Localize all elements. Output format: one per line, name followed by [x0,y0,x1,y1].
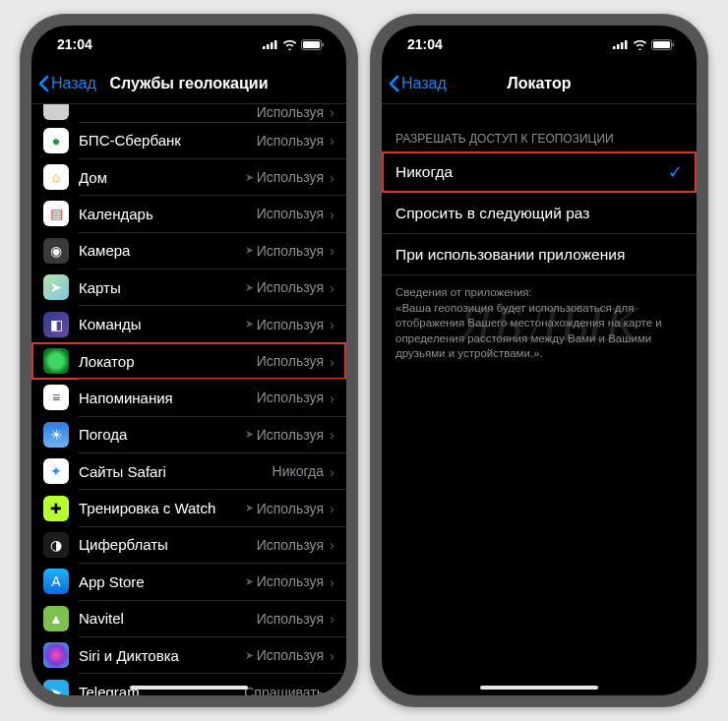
chevron-right-icon: › [330,573,334,590]
svg-rect-10 [625,40,628,49]
list-item-home[interactable]: ⌂Дом➤Используя› [31,158,346,195]
list-item-shortcuts[interactable]: ◧Команды➤Используя› [31,306,346,342]
app-label: Напоминания [79,390,257,406]
list-item-navitel[interactable]: ▲NavitelИспользуя› [31,600,346,636]
chevron-right-icon: › [330,104,334,120]
app-label: Циферблаты [79,536,257,553]
app-status: Используя [257,390,324,405]
app-list[interactable]: Используя › ●БПС-СбербанкИспользуя›⌂Дом➤… [31,104,346,695]
home-icon: ⌂ [43,164,69,190]
app-status: ➤Используя [245,169,324,185]
nav-bar: Назад Локатор [382,63,697,104]
list-item-reminders[interactable]: ≡НапоминанияИспользуя› [31,380,346,416]
check-icon: ✓ [668,161,683,183]
svg-rect-6 [323,42,325,46]
status-indicators [613,39,675,50]
list-item-camera[interactable]: ◉Камера➤Используя› [31,232,346,269]
list-item-workout[interactable]: ✚Тренировка с Watch➤Используя› [31,490,346,526]
list-item-appstore[interactable]: AApp Store➤Используя› [31,564,346,600]
list-item-maps[interactable]: ➤Карты➤Используя› [31,270,346,306]
chevron-right-icon: › [330,206,334,222]
svg-rect-1 [267,44,270,49]
app-label: Тренировка с Watch [79,500,245,516]
back-label: Назад [401,75,447,92]
chevron-right-icon: › [330,426,334,443]
home-indicator[interactable] [480,686,598,690]
maps-icon: ➤ [43,274,69,300]
findmy-icon [43,348,69,374]
app-label: Календарь [79,206,257,222]
status-time: 21:04 [407,36,443,52]
svg-rect-0 [263,46,266,49]
app-label: Погода [79,426,245,443]
option-label: При использовании приложения [395,246,683,264]
chevron-right-icon: › [330,390,334,406]
home-indicator[interactable] [130,686,248,690]
chevron-left-icon [388,75,399,92]
battery-icon [301,39,325,50]
app-label: App Store [79,573,245,590]
chevron-right-icon: › [330,684,334,695]
app-status: Используя [257,133,324,149]
chevron-right-icon: › [330,242,334,259]
app-status: Никогда [273,463,324,479]
phone-left: 21:04 Назад Службы геолокации Используя … [20,14,358,707]
app-label: Локатор [79,353,257,370]
status-time: 21:04 [57,36,92,52]
back-button[interactable]: Назад [382,75,447,92]
location-arrow-icon: ➤ [245,502,254,514]
telegram-icon: ➤ [43,680,69,695]
chevron-right-icon: › [330,132,334,149]
svg-rect-12 [653,41,670,48]
app-status: ➤Используя [245,279,324,295]
bps-icon: ● [43,128,69,153]
list-item-calendar[interactable]: ▤КалендарьИспользуя› [31,196,346,232]
location-arrow-icon: ➤ [245,649,254,662]
notch [113,26,266,49]
svg-rect-2 [271,42,273,49]
signal-icon [613,39,629,49]
status-indicators [263,39,325,50]
back-label: Назад [51,75,96,92]
option-never[interactable]: Никогда✓ [382,151,697,193]
list-item-watchfaces[interactable]: ◑ЦиферблатыИспользуя› [31,526,346,563]
app-status: ➤Используя [245,573,324,589]
app-status: Используя [257,353,324,369]
options-area: Разрешать доступ к геопозиции Никогда✓Сп… [382,104,697,695]
list-item-safari-sites[interactable]: ✦Сайты SafariНикогда› [31,453,346,490]
svg-rect-13 [673,42,675,46]
app-icon [43,104,69,120]
chevron-right-icon: › [330,316,334,332]
app-status: Используя [257,206,324,221]
app-label: Карты [79,279,245,296]
option-when-using[interactable]: При использовании приложения [382,234,697,275]
back-button[interactable]: Назад [31,75,96,92]
app-label: Сайты Safari [79,463,273,480]
calendar-icon: ▤ [43,201,69,226]
weather-icon: ☀ [43,422,69,448]
list-item-siri[interactable]: Siri и Диктовка➤Используя› [31,636,346,673]
option-label: Спросить в следующий раз [395,205,683,222]
app-label: БПС-Сбербанк [79,132,257,149]
app-status: ➤Используя [245,317,324,332]
signal-icon [263,39,278,49]
notch [463,26,616,49]
chevron-right-icon: › [330,500,334,516]
chevron-left-icon [37,75,49,92]
footer-text: Сведения от приложения: «Ваша геопозиция… [382,275,697,372]
option-ask[interactable]: Спросить в следующий раз [382,193,697,234]
shortcuts-icon: ◧ [43,312,69,337]
app-label: Navitel [79,610,257,627]
app-status: Используя [257,104,324,120]
list-item-cutoff[interactable]: Используя › [31,104,346,122]
list-item-bps[interactable]: ●БПС-СбербанкИспользуя› [31,122,346,158]
location-arrow-icon: ➤ [245,244,254,257]
battery-icon [651,39,675,50]
svg-rect-3 [274,40,277,49]
list-item-findmy[interactable]: ЛокаторИспользуя› [31,342,346,379]
navitel-icon: ▲ [43,606,69,631]
list-item-telegram[interactable]: ➤TelegramСпрашивать› [31,674,346,695]
app-status: ➤Используя [245,647,324,663]
svg-rect-8 [617,44,620,49]
list-item-weather[interactable]: ☀Погода➤Используя› [31,416,346,452]
